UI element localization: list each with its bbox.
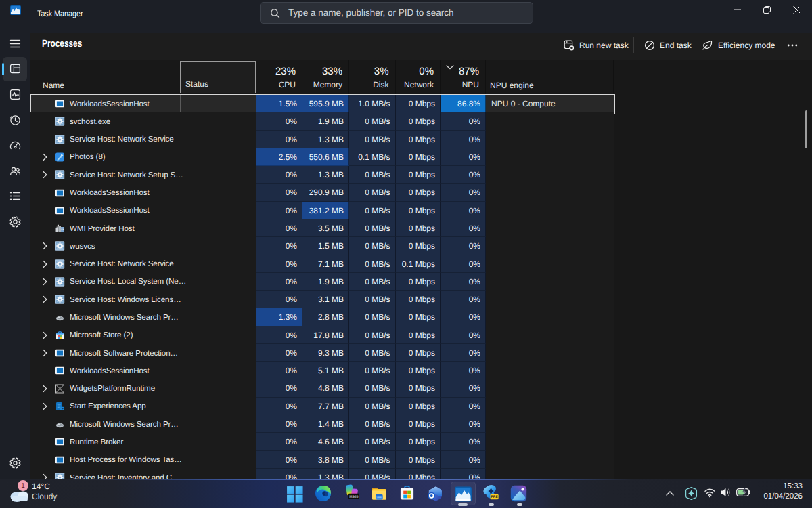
svg-text:PRE: PRE [491,496,498,500]
svg-text:M365: M365 [349,494,358,499]
